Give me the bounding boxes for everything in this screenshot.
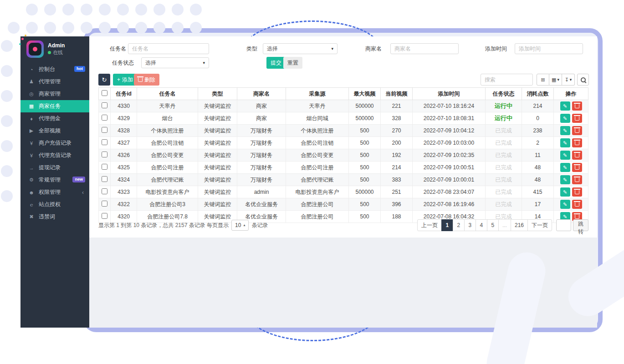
decor-dot: [1, 90, 13, 102]
status-badge: 运行中: [486, 100, 522, 112]
table-header-row: 任务id任务名类型商家名采集源最大视频当前视频添加时间任务状态消耗点数操作: [99, 88, 588, 100]
trash-icon: [575, 129, 579, 133]
status-badge: 已完成: [486, 186, 522, 198]
sidebar-item-all-videos[interactable]: ▶全部视频: [20, 125, 89, 137]
jump-button[interactable]: 跳转: [573, 219, 588, 231]
sidebar-item-agent-manage[interactable]: ♟代理管理: [20, 76, 89, 88]
row-checkbox-cell: [99, 186, 111, 198]
search-button[interactable]: [577, 74, 589, 86]
row-checkbox[interactable]: [102, 115, 107, 121]
row-delete-button[interactable]: [572, 163, 582, 172]
edit-button[interactable]: ✎: [560, 151, 570, 160]
row-checkbox[interactable]: [102, 164, 107, 170]
row-checkbox[interactable]: [102, 213, 107, 219]
row-delete-button[interactable]: [572, 200, 582, 209]
row-delete-button[interactable]: [572, 187, 582, 197]
decor-dot: [190, 4, 202, 15]
select-all-checkbox[interactable]: [102, 90, 107, 96]
online-dot-icon: [48, 51, 51, 54]
edit-button[interactable]: ✎: [560, 138, 570, 147]
page-button-3[interactable]: 3: [464, 219, 476, 231]
cell-id: 4322: [111, 198, 137, 211]
sidebar-item-general-manage[interactable]: ⚙常规管理new: [20, 174, 89, 186]
edit-button[interactable]: ✎: [560, 200, 570, 209]
sidebar-item-agent-recharge-records[interactable]: ¥代理充值记录: [20, 149, 89, 162]
sidebar-item-merchant-tasks[interactable]: ▦商家任务: [20, 100, 89, 112]
row-delete-button[interactable]: [572, 175, 582, 184]
search-input[interactable]: [481, 74, 533, 86]
decor-dot: [44, 4, 56, 15]
page-button-216[interactable]: 216: [511, 219, 528, 231]
trash-icon: [575, 178, 579, 182]
edit-button[interactable]: ✎: [560, 126, 570, 135]
arrow-out-icon: →: [28, 165, 35, 171]
row-checkbox[interactable]: [102, 201, 107, 207]
row-delete-button[interactable]: [572, 114, 582, 123]
page-button-2[interactable]: 2: [453, 219, 465, 231]
merchant-name-input[interactable]: [390, 43, 459, 54]
edit-button[interactable]: ✎: [560, 101, 570, 111]
decor-dot: [8, 22, 20, 34]
row-checkbox[interactable]: [102, 139, 107, 145]
row-checkbox[interactable]: [102, 188, 107, 194]
edit-button[interactable]: ✎: [560, 114, 570, 123]
paint-speck: [21, 38, 24, 40]
page-button-5[interactable]: 5: [487, 219, 499, 231]
refresh-button[interactable]: ↻: [98, 74, 110, 86]
cell-operations: ✎: [554, 125, 588, 137]
row-delete-button[interactable]: [572, 151, 582, 160]
sidebar-item-dashboard[interactable]: ◔控制台hot: [20, 63, 89, 76]
cell-merchant: 商家: [237, 100, 286, 112]
delete-button-label: 删除: [144, 76, 155, 84]
sidebar-item-site-auth[interactable]: ℮站点授权: [20, 198, 89, 211]
sidebar-item-withdraw-records[interactable]: →提现记录: [20, 162, 89, 174]
row-checkbox[interactable]: [102, 152, 107, 157]
task-name-input[interactable]: [128, 43, 209, 54]
sidebar-item-merchant-manage[interactable]: ◎商家管理: [20, 88, 89, 100]
add-button-label: 添加: [122, 76, 133, 84]
type-select[interactable]: 选择 ▾: [263, 43, 338, 54]
columns-button[interactable]: ▦▾: [549, 74, 562, 86]
sidebar-item-agent-commission[interactable]: ♦代理佣金: [20, 112, 89, 125]
sidebar-item-permission-manage[interactable]: ☻权限管理‹: [20, 186, 89, 198]
row-delete-button[interactable]: [572, 126, 582, 135]
sidebar-item-merchant-recharge-records[interactable]: ¥商户充值记录: [20, 137, 89, 149]
jump-page-input[interactable]: [556, 219, 571, 231]
sidebar-item-banned-words[interactable]: ✖违禁词: [20, 211, 89, 223]
task-status-select[interactable]: 选择 ▾: [141, 57, 209, 68]
decor-dot: [190, 22, 202, 34]
decor-dot: [172, 4, 184, 15]
avatar[interactable]: [26, 40, 44, 58]
edit-button[interactable]: ✎: [560, 163, 570, 172]
next-page-button[interactable]: 下一页: [527, 219, 552, 231]
user-status: 在线: [48, 49, 65, 56]
row-delete-button[interactable]: [572, 101, 582, 111]
edit-button[interactable]: ✎: [560, 175, 570, 184]
submit-button[interactable]: 提交: [266, 57, 286, 69]
cell-max: 500000: [349, 186, 381, 198]
toggle-pagination-button[interactable]: ⊞: [537, 74, 549, 86]
cell-source: 电影投资意向客户: [286, 186, 349, 198]
cell-operations: ✎: [554, 198, 588, 211]
cell-type: 关键词监控: [198, 186, 237, 198]
prev-page-button[interactable]: 上一页: [417, 219, 442, 231]
page-size-select[interactable]: 10 ▴: [231, 220, 249, 231]
cell-points: 2: [522, 137, 554, 149]
page-button-4[interactable]: 4: [476, 219, 487, 231]
reset-button[interactable]: 重置: [283, 57, 302, 69]
sidebar-item-label: 商家管理: [39, 90, 61, 98]
row-checkbox[interactable]: [102, 176, 107, 182]
cell-id: 4327: [111, 137, 137, 149]
add-time-input[interactable]: [515, 43, 583, 54]
row-delete-button[interactable]: [572, 138, 582, 147]
page-button-1[interactable]: 1: [441, 219, 453, 231]
row-checkbox[interactable]: [102, 102, 107, 108]
cell-merchant: 万瑞财务: [237, 125, 286, 137]
export-button[interactable]: ↧▾: [562, 74, 575, 86]
edit-button[interactable]: ✎: [560, 187, 570, 197]
trash-icon: [575, 141, 579, 145]
delete-button[interactable]: 删除: [134, 74, 159, 86]
gem-icon: ♦: [28, 116, 35, 121]
type-select-value: 选择: [267, 45, 278, 53]
row-checkbox[interactable]: [102, 127, 107, 133]
